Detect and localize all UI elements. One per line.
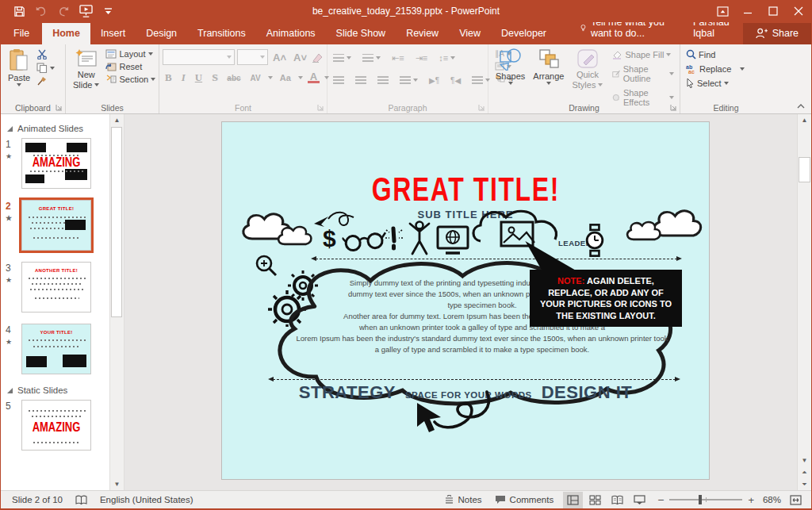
strategy-label[interactable]: STRATEGY xyxy=(299,382,396,403)
scroll-up-button[interactable]: ▲ xyxy=(798,114,811,126)
tab-insert[interactable]: Insert xyxy=(90,23,136,44)
italic-button[interactable]: I xyxy=(179,71,188,84)
zoom-slider-thumb[interactable] xyxy=(699,495,702,504)
scroll-down-button[interactable]: ▼ xyxy=(798,454,811,466)
slide-canvas[interactable]: GREAT TITLE! SUB TITLE HERE $ LEADER xyxy=(221,121,710,480)
clear-formatting-button[interactable] xyxy=(312,52,324,63)
next-slide-button[interactable]: ⏷ xyxy=(798,478,811,490)
shape-outline-button[interactable]: Shape Outline xyxy=(610,63,676,84)
save-button[interactable] xyxy=(12,4,26,18)
scroll-down-button[interactable]: ▼ xyxy=(110,478,124,490)
font-color-button[interactable]: A xyxy=(308,72,320,83)
scrollbar-thumb[interactable] xyxy=(799,157,810,182)
scroll-up-button[interactable]: ▲ xyxy=(110,114,124,126)
animation-star-icon[interactable]: ★ xyxy=(6,214,21,222)
glasses-icon[interactable] xyxy=(342,228,389,255)
line-spacing-button[interactable]: ↕≡ xyxy=(436,52,458,63)
clipboard-dialog-launcher[interactable] xyxy=(56,104,63,111)
drawing-dialog-launcher[interactable] xyxy=(670,104,677,111)
undo-button[interactable] xyxy=(34,4,48,18)
arrange-button[interactable]: Arrange xyxy=(529,47,568,102)
animation-star-icon[interactable]: ★ xyxy=(6,276,21,284)
character-spacing-button[interactable]: AV xyxy=(248,74,263,82)
image-in-cloud-icon[interactable] xyxy=(469,206,563,259)
paste-button[interactable]: Paste xyxy=(4,47,34,102)
zoom-percentage[interactable]: 68% xyxy=(759,491,785,508)
ltr-text-direction-button[interactable]: ▶¶ xyxy=(427,75,442,86)
previous-slide-button[interactable]: ⏶ xyxy=(798,466,811,478)
zoom-out-button[interactable]: − xyxy=(657,493,664,506)
change-case-button[interactable]: Aa xyxy=(278,73,293,82)
vertical-scrollbar[interactable]: ▲ ▼ ⏶ ⏷ xyxy=(797,114,811,490)
ribbon-display-options-button[interactable] xyxy=(710,0,735,22)
find-button[interactable]: Find xyxy=(684,48,747,60)
decrease-indent-button[interactable]: ⇤≡ xyxy=(389,52,407,64)
tab-file[interactable]: File xyxy=(1,23,42,44)
normal-view-button[interactable] xyxy=(563,492,583,508)
section-button[interactable]: Section xyxy=(103,74,158,85)
slide-sorter-view-button[interactable] xyxy=(585,492,605,508)
select-button[interactable]: Select xyxy=(684,77,747,89)
tab-transitions[interactable]: Transitions xyxy=(187,23,256,44)
format-painter-button[interactable] xyxy=(34,75,57,87)
tab-design[interactable]: Design xyxy=(136,23,187,44)
notes-button[interactable]: Notes xyxy=(438,491,488,508)
rtl-text-direction-button[interactable]: ¶◀ xyxy=(448,75,463,86)
font-size-combo[interactable] xyxy=(237,49,268,65)
close-button[interactable] xyxy=(786,0,811,22)
shapes-button[interactable]: Shapes xyxy=(492,47,529,102)
animation-star-icon[interactable]: ★ xyxy=(6,152,21,160)
tab-slide-show[interactable]: Slide Show xyxy=(326,23,396,44)
scrollbar-thumb[interactable] xyxy=(111,127,122,317)
language-indicator[interactable]: English (United States) xyxy=(94,491,200,508)
minimize-button[interactable] xyxy=(735,0,760,22)
cut-button[interactable] xyxy=(34,48,57,60)
copy-button[interactable] xyxy=(34,62,57,74)
increase-font-button[interactable]: A˄ xyxy=(270,52,289,63)
comments-button[interactable]: Comments xyxy=(488,491,561,508)
slide-counter[interactable]: Slide 2 of 10 xyxy=(6,491,69,508)
tab-view[interactable]: View xyxy=(449,23,491,44)
reset-button[interactable]: Reset xyxy=(103,61,158,72)
new-slide-button[interactable]: New Slide xyxy=(69,47,103,102)
note-callout[interactable]: NOTE: AGAIN DELETE, REPLACE, OR ADD ANY … xyxy=(530,270,682,327)
align-left-button[interactable] xyxy=(331,75,347,86)
start-from-beginning-button[interactable] xyxy=(79,4,93,18)
text-shadow-button[interactable]: S xyxy=(209,71,220,84)
slide-thumbnail-3[interactable]: ANOTHER TITLE! xyxy=(21,262,91,313)
font-dialog-launcher[interactable] xyxy=(317,104,324,111)
watch-icon[interactable] xyxy=(585,224,604,257)
font-name-combo[interactable] xyxy=(163,49,235,65)
tab-review[interactable]: Review xyxy=(396,23,449,44)
strikethrough-button[interactable]: abc xyxy=(224,74,243,82)
replace-button[interactable]: abac Replace xyxy=(684,63,747,75)
align-right-button[interactable] xyxy=(375,75,391,86)
exclamation-icon[interactable] xyxy=(384,224,404,252)
slide-thumbnail-1[interactable]: AMAZING xyxy=(21,138,91,189)
decrease-font-button[interactable]: A˅ xyxy=(291,52,309,63)
section-header-animated[interactable]: Animated Slides xyxy=(7,124,109,133)
justify-button[interactable] xyxy=(397,75,420,86)
redo-button[interactable] xyxy=(56,4,71,18)
bullets-button[interactable] xyxy=(331,53,354,63)
fit-slide-to-window-button[interactable] xyxy=(785,491,806,508)
slide-thumbnail-5[interactable]: AMAZING xyxy=(21,400,91,451)
numbering-button[interactable] xyxy=(360,53,383,63)
slide-title[interactable]: GREAT TITLE! xyxy=(371,170,559,209)
slide-show-view-button[interactable] xyxy=(630,492,649,508)
monitor-globe-icon[interactable] xyxy=(436,225,469,255)
slide-thumbnail-2-selected[interactable]: GREAT TITLE! xyxy=(21,200,91,251)
tab-animations[interactable]: Animations xyxy=(256,23,326,44)
customize-qat-button[interactable] xyxy=(101,4,115,18)
slide-thumbnail-4[interactable]: YOUR TITLE! xyxy=(21,324,91,374)
layout-button[interactable]: Layout xyxy=(103,48,158,59)
paragraph-dialog-launcher[interactable] xyxy=(478,104,485,111)
person-icon[interactable] xyxy=(406,220,433,255)
quick-styles-button[interactable]: Quick Styles xyxy=(568,47,607,102)
reading-view-button[interactable] xyxy=(607,492,627,508)
tab-home[interactable]: Home xyxy=(42,23,90,44)
maximize-button[interactable] xyxy=(760,0,786,22)
zoom-slider-track[interactable] xyxy=(669,499,742,500)
increase-indent-button[interactable]: ⇥≡ xyxy=(413,52,431,64)
align-center-button[interactable] xyxy=(353,75,369,86)
